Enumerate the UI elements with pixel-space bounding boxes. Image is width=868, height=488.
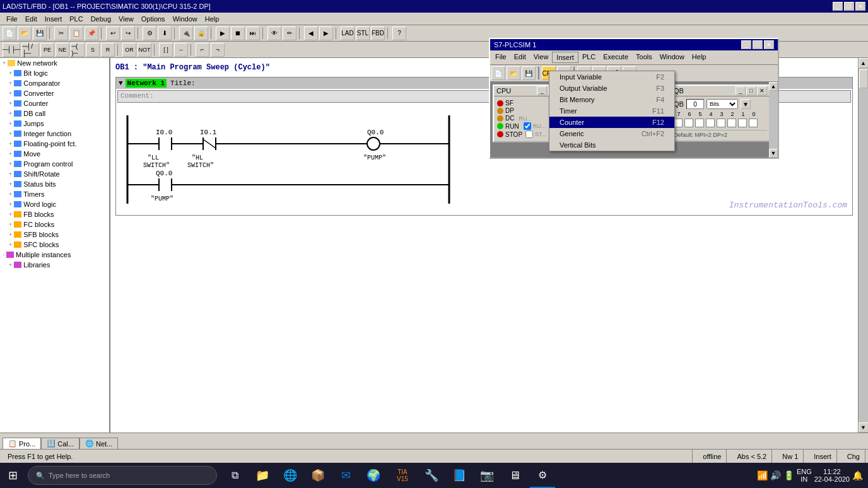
sidebar-item-comparator[interactable]: + Comparator xyxy=(0,78,109,88)
toolbar-open[interactable]: 📂 xyxy=(18,26,32,40)
plcsim-menu-view[interactable]: View xyxy=(530,52,553,63)
toolbar2-or[interactable]: OR xyxy=(122,43,136,57)
sidebar-item-shift-rotate[interactable]: + Shift/Rotate xyxy=(0,169,109,179)
plcsim-menu-tools[interactable]: Tools xyxy=(632,52,656,63)
qb-close[interactable]: ✕ xyxy=(757,86,767,95)
toolbar-undo[interactable]: ↩ xyxy=(106,26,120,40)
sidebar-item-bit-logic[interactable]: + Bit logic xyxy=(0,68,109,78)
bit-box-7[interactable] xyxy=(674,119,683,127)
sidebar-item-jumps[interactable]: + Jumps xyxy=(0,119,109,129)
toolbar-save[interactable]: 💾 xyxy=(33,26,47,40)
sidebar-item-status-bits[interactable]: + Status bits xyxy=(0,179,109,189)
tab-net[interactable]: 🌐 Net... xyxy=(79,438,118,449)
plcsim-btn-open[interactable]: 📂 xyxy=(507,66,520,80)
cpu-run-checkbox[interactable] xyxy=(524,122,531,130)
search-bar[interactable]: 🔍 Type here to search xyxy=(28,466,217,485)
menu-insert[interactable]: Insert xyxy=(41,14,66,24)
taskbar-maps[interactable]: 🌍 xyxy=(361,463,386,488)
toolbar-online[interactable]: 🔌 xyxy=(179,26,193,40)
toolbar-modify[interactable]: ✏ xyxy=(283,26,296,40)
toolbar-cut[interactable]: ✂ xyxy=(54,26,68,40)
cpu-stop-checkbox[interactable] xyxy=(525,131,533,138)
scroll-track[interactable] xyxy=(859,68,869,422)
toolbar2-coil[interactable]: ─( )─ xyxy=(71,43,85,57)
bit-box-3[interactable] xyxy=(717,119,725,127)
menu-edit[interactable]: Edit xyxy=(21,14,41,24)
clock-area[interactable]: ENG IN xyxy=(797,468,812,483)
sidebar-item-sfc-blocks[interactable]: + SFC blocks xyxy=(0,240,109,250)
menu-debug[interactable]: Debug xyxy=(87,14,115,24)
plcsim-scroll-down[interactable]: ▼ xyxy=(769,149,778,158)
plcsim-menu-file[interactable]: File xyxy=(491,52,510,63)
toolbar2-not[interactable]: NOT xyxy=(138,43,151,57)
sidebar-item-db-call[interactable]: + DB call xyxy=(0,108,109,119)
toolbar-run[interactable]: ▶ xyxy=(216,26,230,40)
taskbar-camera[interactable]: 📷 xyxy=(474,463,500,488)
taskbar-store[interactable]: 📦 xyxy=(305,463,331,488)
toolbar2-neg-edge[interactable]: NE xyxy=(56,43,69,57)
sidebar-item-libraries[interactable]: + Libraries xyxy=(0,260,109,270)
qb-dropdown-btn[interactable]: ▼ xyxy=(741,99,751,109)
qb-restore[interactable]: □ xyxy=(746,86,756,95)
toolbar-stop[interactable]: ⏹ xyxy=(231,26,245,40)
qb-format-select[interactable]: Bits Byte Hex xyxy=(707,99,738,109)
scroll-down-btn[interactable]: ▼ xyxy=(859,422,869,433)
bit-box-5[interactable] xyxy=(695,119,704,127)
insert-menu-output-variable[interactable]: Output Variable F3 xyxy=(549,83,674,94)
minimize-btn[interactable]: _ xyxy=(833,2,843,11)
bit-box-1[interactable] xyxy=(738,119,747,127)
toolbar2-coil-reset[interactable]: R xyxy=(101,43,115,57)
toolbar-copy[interactable]: 📋 xyxy=(69,26,83,40)
toolbar-help[interactable]: ? xyxy=(392,26,406,40)
start-button[interactable]: ⊞ xyxy=(0,463,25,488)
plcsim-menu-edit[interactable]: Edit xyxy=(510,52,530,63)
toolbar2-empty[interactable]: -- xyxy=(174,43,188,57)
insert-menu-input-variable[interactable]: Input Variable F2 xyxy=(549,71,674,83)
menu-options[interactable]: Options xyxy=(138,14,169,24)
insert-menu-timer[interactable]: Timer F11 xyxy=(549,105,674,117)
insert-menu-counter[interactable]: Counter F12 xyxy=(549,117,674,128)
toolbar-compile[interactable]: ⚙ xyxy=(143,26,156,40)
network-collapse-icon[interactable]: ▼ xyxy=(119,79,123,87)
taskbar-tia[interactable]: TIAV15 xyxy=(389,463,416,488)
plcsim-menu-insert[interactable]: Insert xyxy=(552,52,578,63)
toolbar-next-error[interactable]: ▶ xyxy=(319,26,333,40)
menu-help[interactable]: Help xyxy=(201,14,223,24)
taskbar-plcsim-active[interactable]: ⚙ xyxy=(530,463,555,488)
plcsim-scroll-up[interactable]: ▲ xyxy=(769,82,778,91)
taskbar-simatic[interactable]: 🔧 xyxy=(419,463,444,488)
qb-address-input[interactable] xyxy=(686,99,704,109)
toolbar2-contact-no[interactable]: ─┤├─ xyxy=(3,43,20,57)
toolbar-step[interactable]: ⏭ xyxy=(246,26,260,40)
tab-pro[interactable]: 📋 Pro... xyxy=(3,438,41,449)
toolbar2-branch-close[interactable]: ¬ xyxy=(211,43,225,57)
notifications-icon[interactable]: 🔔 xyxy=(852,470,863,480)
plcsim-btn-new[interactable]: 📄 xyxy=(491,66,505,80)
sidebar-item-sfb-blocks[interactable]: + SFB blocks xyxy=(0,229,109,240)
taskbar-word[interactable]: 📘 xyxy=(447,463,472,488)
toolbar-monitor[interactable]: 👁 xyxy=(267,26,281,40)
toolbar2-box[interactable]: [ ] xyxy=(159,43,173,57)
scroll-up-btn[interactable]: ▲ xyxy=(859,58,869,68)
sidebar-item-new-network[interactable]: + New network xyxy=(0,58,109,68)
qb-minimize[interactable]: _ xyxy=(736,86,746,95)
menu-window[interactable]: Window xyxy=(169,14,201,24)
taskbar-mail[interactable]: ✉ xyxy=(333,463,358,488)
sidebar-item-word-logic[interactable]: + Word logic xyxy=(0,199,109,209)
plcsim-close[interactable]: ✕ xyxy=(764,40,774,49)
menu-file[interactable]: File xyxy=(3,14,21,24)
sidebar-item-floating-point[interactable]: + Floating-point fct. xyxy=(0,139,109,149)
sidebar-item-move[interactable]: + Move xyxy=(0,149,109,159)
bit-box-0[interactable] xyxy=(749,119,758,127)
sidebar-item-fb-blocks[interactable]: + FB blocks xyxy=(0,209,109,219)
toolbar-prev-error[interactable]: ◀ xyxy=(304,26,318,40)
menu-plc[interactable]: PLC xyxy=(66,14,86,24)
tab-cal[interactable]: 🔢 Cal... xyxy=(41,438,79,449)
sidebar-item-integer-function[interactable]: + Integer function xyxy=(0,129,109,139)
toolbar2-coil-set[interactable]: S xyxy=(86,43,100,57)
plcsim-btn-save[interactable]: 💾 xyxy=(522,66,536,80)
scroll-thumb[interactable] xyxy=(859,69,868,88)
toolbar2-contact-nc[interactable]: ─┤/├─ xyxy=(21,43,39,57)
close-btn[interactable]: ✕ xyxy=(855,2,865,11)
taskbar-edge[interactable]: 🌐 xyxy=(278,463,303,488)
